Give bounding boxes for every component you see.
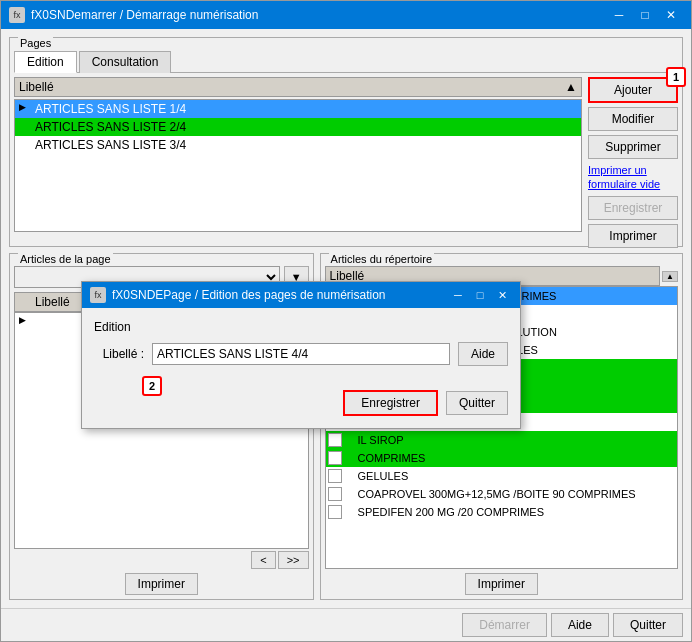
scroll-up-icon[interactable]: ▲: [565, 80, 577, 94]
window-title: fX0SNDemarrer / Démarrage numérisation: [31, 8, 258, 22]
rep-item-label: COMPRIMES: [358, 452, 426, 464]
modal-body: Edition Libellé : Aide: [82, 308, 520, 386]
pages-buttons: 1 Ajouter Modifier Supprimer Imprimer un…: [588, 77, 678, 232]
articles-page-imprimer-button[interactable]: Imprimer: [125, 573, 198, 595]
rep-item-checkbox[interactable]: [328, 433, 342, 447]
modal-field-row: Libellé : Aide: [94, 342, 508, 366]
rep-item-checkbox[interactable]: [328, 469, 342, 483]
pages-content-area: Libellé ▲ ARTICLES SANS LISTE 1/4 ARTICL…: [14, 77, 678, 232]
rep-item-label: GELULES: [358, 470, 409, 482]
modal-aide-button[interactable]: Aide: [458, 342, 508, 366]
tab-consultation[interactable]: Consultation: [79, 51, 172, 73]
aide-button[interactable]: Aide: [551, 613, 609, 637]
repertoire-imprimer-area: Imprimer: [325, 573, 678, 595]
modal-dialog: fx fX0SNDEPage / Edition des pages de nu…: [81, 281, 521, 429]
bottom-buttons-bar: Démarrer Aide Quitter: [1, 608, 691, 641]
modal-controls: ─ □ ✕: [448, 286, 512, 304]
title-bar-left: fx fX0SNDemarrer / Démarrage numérisatio…: [9, 7, 258, 23]
modal-footer: 2 Enregistrer Quitter: [82, 386, 520, 428]
modal-title-bar: fx fX0SNDEPage / Edition des pages de nu…: [82, 282, 520, 308]
imprimer-formulaire-link[interactable]: Imprimer un formulaire vide: [588, 163, 668, 192]
modal-minimize-button[interactable]: ─: [448, 286, 468, 304]
rep-item-label: COAPROVEL 300MG+12,5MG /BOITE 90 COMPRIM…: [358, 488, 636, 500]
pages-list[interactable]: ARTICLES SANS LISTE 1/4 ARTICLES SANS LI…: [14, 99, 582, 232]
list-item[interactable]: ARTICLES SANS LISTE 1/4: [15, 100, 581, 118]
modal-quitter-button[interactable]: Quitter: [446, 391, 508, 415]
title-bar: fx fX0SNDemarrer / Démarrage numérisatio…: [1, 1, 691, 29]
modal-title-text: fX0SNDEPage / Edition des pages de numér…: [112, 288, 386, 302]
minimize-button[interactable]: ─: [607, 5, 631, 25]
scroll-bar[interactable]: ▲: [662, 271, 678, 282]
rep-item-checkbox[interactable]: [328, 451, 342, 465]
list-item[interactable]: ARTICLES SANS LISTE 3/4: [15, 136, 581, 154]
rep-item[interactable]: COMPRIMES: [326, 449, 677, 467]
supprimer-button[interactable]: Supprimer: [588, 135, 678, 159]
rep-item-label: IL SIROP: [358, 434, 404, 446]
imprimer-button[interactable]: Imprimer: [588, 224, 678, 248]
modal-enregistrer-button[interactable]: Enregistrer: [343, 390, 438, 416]
enregistrer-button[interactable]: Enregistrer: [588, 196, 678, 220]
transfer-all-button[interactable]: >>: [278, 551, 309, 569]
badge-2: 2: [142, 376, 162, 396]
modal-title-left: fx fX0SNDEPage / Edition des pages de nu…: [90, 287, 386, 303]
articles-page-imprimer-area: Imprimer: [14, 573, 309, 595]
rep-item[interactable]: COAPROVEL 300MG+12,5MG /BOITE 90 COMPRIM…: [326, 485, 677, 503]
title-bar-controls: ─ □ ✕: [607, 5, 683, 25]
articles-repertoire-title: Articles du répertoire: [329, 253, 435, 265]
demarrer-button[interactable]: Démarrer: [462, 613, 547, 637]
libelle-header-text: Libellé: [19, 80, 54, 94]
modal-maximize-button[interactable]: □: [470, 286, 490, 304]
pages-group: Pages Edition Consultation Libellé ▲ ART…: [9, 37, 683, 247]
modal-section-title: Edition: [94, 320, 508, 334]
modifier-button[interactable]: Modifier: [588, 107, 678, 131]
modal-libelle-input[interactable]: [152, 343, 450, 365]
modal-icon: fx: [90, 287, 106, 303]
transfer-right-button[interactable]: <: [251, 551, 275, 569]
rep-item-label: SPEDIFEN 200 MG /20 COMPRIMES: [358, 506, 544, 518]
pages-list-area: Libellé ▲ ARTICLES SANS LISTE 1/4 ARTICL…: [14, 77, 582, 232]
modal-field-label: Libellé :: [94, 347, 144, 361]
imprimer-info-area: Imprimer un formulaire vide: [588, 163, 678, 192]
tabs-bar: Edition Consultation: [14, 50, 678, 73]
maximize-button[interactable]: □: [633, 5, 657, 25]
rep-item[interactable]: SPEDIFEN 200 MG /20 COMPRIMES: [326, 503, 677, 521]
badge-1: 1: [666, 67, 686, 87]
repertoire-imprimer-button[interactable]: Imprimer: [465, 573, 538, 595]
pages-list-header: Libellé ▲: [14, 77, 582, 97]
rep-item-checkbox[interactable]: [328, 487, 342, 501]
app-icon: fx: [9, 7, 25, 23]
list-item[interactable]: ARTICLES SANS LISTE 2/4: [15, 118, 581, 136]
quitter-button[interactable]: Quitter: [613, 613, 683, 637]
articles-page-title: Articles de la page: [18, 253, 113, 265]
ajouter-button[interactable]: Ajouter: [588, 77, 678, 103]
pages-group-label: Pages: [18, 37, 53, 49]
transfer-buttons: < >>: [14, 551, 309, 569]
imprimer-formulaire-text: Imprimer un formulaire vide: [588, 163, 678, 192]
tab-edition[interactable]: Edition: [14, 51, 77, 73]
modal-close-button[interactable]: ✕: [492, 286, 512, 304]
close-button[interactable]: ✕: [659, 5, 683, 25]
rep-item-checkbox[interactable]: [328, 505, 342, 519]
rep-item[interactable]: GELULES: [326, 467, 677, 485]
rep-item[interactable]: IL SIROP: [326, 431, 677, 449]
main-window: fx fX0SNDemarrer / Démarrage numérisatio…: [0, 0, 692, 642]
